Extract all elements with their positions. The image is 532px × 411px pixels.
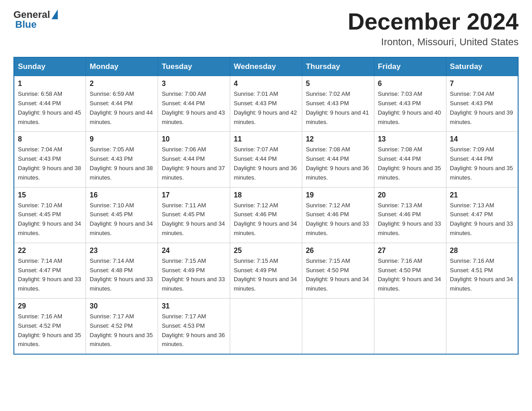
calendar-cell: 31 Sunrise: 7:17 AMSunset: 4:53 PMDaylig… (158, 298, 230, 354)
calendar-cell: 28 Sunrise: 7:16 AMSunset: 4:51 PMDaylig… (446, 243, 518, 298)
calendar-cell: 8 Sunrise: 7:04 AMSunset: 4:43 PMDayligh… (14, 132, 86, 187)
calendar-week-5: 29 Sunrise: 7:16 AMSunset: 4:52 PMDaylig… (14, 298, 518, 354)
calendar-cell: 20 Sunrise: 7:13 AMSunset: 4:46 PMDaylig… (374, 187, 446, 243)
day-number: 13 (378, 135, 442, 143)
day-info: Sunrise: 7:15 AMSunset: 4:49 PMDaylight:… (162, 257, 225, 292)
day-info: Sunrise: 7:08 AMSunset: 4:44 PMDaylight:… (378, 146, 441, 180)
day-info: Sunrise: 7:00 AMSunset: 4:44 PMDaylight:… (162, 90, 225, 125)
logo-blue-text: Blue (15, 19, 37, 30)
day-number: 3 (162, 80, 226, 88)
month-year-title: December 2024 (348, 9, 519, 34)
day-number: 10 (162, 135, 226, 143)
title-section: December 2024 Ironton, Missouri, United … (348, 9, 519, 48)
day-number: 8 (18, 135, 82, 143)
weekday-header-tuesday: Tuesday (158, 57, 230, 76)
calendar-cell: 4 Sunrise: 7:01 AMSunset: 4:43 PMDayligh… (230, 76, 302, 132)
calendar-cell (446, 298, 518, 354)
day-info: Sunrise: 7:05 AMSunset: 4:43 PMDaylight:… (90, 146, 153, 180)
day-number: 19 (306, 191, 370, 199)
day-info: Sunrise: 7:09 AMSunset: 4:44 PMDaylight:… (450, 146, 513, 180)
weekday-header-row: SundayMondayTuesdayWednesdayThursdayFrid… (14, 57, 518, 76)
day-info: Sunrise: 7:10 AMSunset: 4:45 PMDaylight:… (18, 202, 81, 236)
day-number: 29 (18, 302, 82, 310)
day-info: Sunrise: 7:04 AMSunset: 4:43 PMDaylight:… (18, 146, 81, 180)
day-info: Sunrise: 7:11 AMSunset: 4:45 PMDaylight:… (162, 202, 225, 236)
day-number: 2 (90, 80, 154, 88)
calendar-cell: 30 Sunrise: 7:17 AMSunset: 4:52 PMDaylig… (86, 298, 158, 354)
calendar-cell: 18 Sunrise: 7:12 AMSunset: 4:46 PMDaylig… (230, 187, 302, 243)
calendar-cell (230, 298, 302, 354)
day-info: Sunrise: 7:01 AMSunset: 4:43 PMDaylight:… (234, 90, 297, 125)
calendar-week-3: 15 Sunrise: 7:10 AMSunset: 4:45 PMDaylig… (14, 187, 518, 243)
day-number: 31 (162, 302, 226, 310)
calendar-cell: 14 Sunrise: 7:09 AMSunset: 4:44 PMDaylig… (446, 132, 518, 187)
day-number: 4 (234, 80, 298, 88)
calendar-cell: 16 Sunrise: 7:10 AMSunset: 4:45 PMDaylig… (86, 187, 158, 243)
day-info: Sunrise: 7:15 AMSunset: 4:49 PMDaylight:… (234, 257, 297, 292)
day-info: Sunrise: 7:02 AMSunset: 4:43 PMDaylight:… (306, 90, 369, 125)
calendar-cell: 19 Sunrise: 7:12 AMSunset: 4:46 PMDaylig… (302, 187, 374, 243)
day-number: 15 (18, 191, 82, 199)
day-info: Sunrise: 7:17 AMSunset: 4:52 PMDaylight:… (90, 313, 153, 347)
day-number: 11 (234, 135, 298, 143)
logo-triangle-icon (51, 9, 58, 19)
calendar-week-4: 22 Sunrise: 7:14 AMSunset: 4:47 PMDaylig… (14, 243, 518, 298)
calendar-cell: 23 Sunrise: 7:14 AMSunset: 4:48 PMDaylig… (86, 243, 158, 298)
calendar-cell: 3 Sunrise: 7:00 AMSunset: 4:44 PMDayligh… (158, 76, 230, 132)
weekday-header-sunday: Sunday (14, 57, 86, 76)
calendar-week-1: 1 Sunrise: 6:58 AMSunset: 4:44 PMDayligh… (14, 76, 518, 132)
logo: General Blue (13, 9, 58, 30)
calendar-cell: 11 Sunrise: 7:07 AMSunset: 4:44 PMDaylig… (230, 132, 302, 187)
calendar-week-2: 8 Sunrise: 7:04 AMSunset: 4:43 PMDayligh… (14, 132, 518, 187)
day-number: 1 (18, 80, 82, 88)
day-number: 20 (378, 191, 442, 199)
day-info: Sunrise: 7:12 AMSunset: 4:46 PMDaylight:… (306, 202, 369, 236)
calendar-cell: 13 Sunrise: 7:08 AMSunset: 4:44 PMDaylig… (374, 132, 446, 187)
calendar-cell: 29 Sunrise: 7:16 AMSunset: 4:52 PMDaylig… (14, 298, 86, 354)
calendar-cell: 24 Sunrise: 7:15 AMSunset: 4:49 PMDaylig… (158, 243, 230, 298)
calendar-cell: 6 Sunrise: 7:03 AMSunset: 4:43 PMDayligh… (374, 76, 446, 132)
day-number: 6 (378, 80, 442, 88)
calendar-cell: 21 Sunrise: 7:13 AMSunset: 4:47 PMDaylig… (446, 187, 518, 243)
day-number: 24 (162, 247, 226, 255)
day-number: 28 (450, 247, 514, 255)
calendar-cell: 7 Sunrise: 7:04 AMSunset: 4:43 PMDayligh… (446, 76, 518, 132)
calendar-cell: 2 Sunrise: 6:59 AMSunset: 4:44 PMDayligh… (86, 76, 158, 132)
calendar-cell: 10 Sunrise: 7:06 AMSunset: 4:44 PMDaylig… (158, 132, 230, 187)
day-number: 12 (306, 135, 370, 143)
calendar-cell: 12 Sunrise: 7:08 AMSunset: 4:44 PMDaylig… (302, 132, 374, 187)
day-info: Sunrise: 7:13 AMSunset: 4:47 PMDaylight:… (450, 202, 513, 236)
location-subtitle: Ironton, Missouri, United States (348, 36, 519, 48)
day-info: Sunrise: 7:12 AMSunset: 4:46 PMDaylight:… (234, 202, 297, 236)
day-info: Sunrise: 6:59 AMSunset: 4:44 PMDaylight:… (90, 90, 153, 125)
day-info: Sunrise: 6:58 AMSunset: 4:44 PMDaylight:… (18, 90, 81, 125)
day-number: 17 (162, 191, 226, 199)
day-number: 5 (306, 80, 370, 88)
day-number: 27 (378, 247, 442, 255)
day-number: 21 (450, 191, 514, 199)
day-info: Sunrise: 7:07 AMSunset: 4:44 PMDaylight:… (234, 146, 297, 180)
calendar-cell (374, 298, 446, 354)
calendar-cell: 9 Sunrise: 7:05 AMSunset: 4:43 PMDayligh… (86, 132, 158, 187)
day-info: Sunrise: 7:15 AMSunset: 4:50 PMDaylight:… (306, 257, 369, 292)
weekday-header-friday: Friday (374, 57, 446, 76)
day-info: Sunrise: 7:14 AMSunset: 4:48 PMDaylight:… (90, 257, 153, 292)
day-info: Sunrise: 7:16 AMSunset: 4:50 PMDaylight:… (378, 257, 441, 292)
day-info: Sunrise: 7:04 AMSunset: 4:43 PMDaylight:… (450, 90, 513, 125)
day-info: Sunrise: 7:10 AMSunset: 4:45 PMDaylight:… (90, 202, 153, 236)
day-info: Sunrise: 7:13 AMSunset: 4:46 PMDaylight:… (378, 202, 441, 236)
day-info: Sunrise: 7:14 AMSunset: 4:47 PMDaylight:… (18, 257, 81, 292)
calendar-cell: 1 Sunrise: 6:58 AMSunset: 4:44 PMDayligh… (14, 76, 86, 132)
calendar-cell: 26 Sunrise: 7:15 AMSunset: 4:50 PMDaylig… (302, 243, 374, 298)
calendar-cell: 27 Sunrise: 7:16 AMSunset: 4:50 PMDaylig… (374, 243, 446, 298)
day-number: 9 (90, 135, 154, 143)
calendar-table: SundayMondayTuesdayWednesdayThursdayFrid… (13, 57, 519, 355)
day-info: Sunrise: 7:16 AMSunset: 4:52 PMDaylight:… (18, 313, 81, 347)
weekday-header-monday: Monday (86, 57, 158, 76)
day-number: 7 (450, 80, 514, 88)
day-number: 14 (450, 135, 514, 143)
calendar-cell: 25 Sunrise: 7:15 AMSunset: 4:49 PMDaylig… (230, 243, 302, 298)
day-number: 22 (18, 247, 82, 255)
day-number: 18 (234, 191, 298, 199)
day-info: Sunrise: 7:17 AMSunset: 4:53 PMDaylight:… (162, 313, 225, 347)
